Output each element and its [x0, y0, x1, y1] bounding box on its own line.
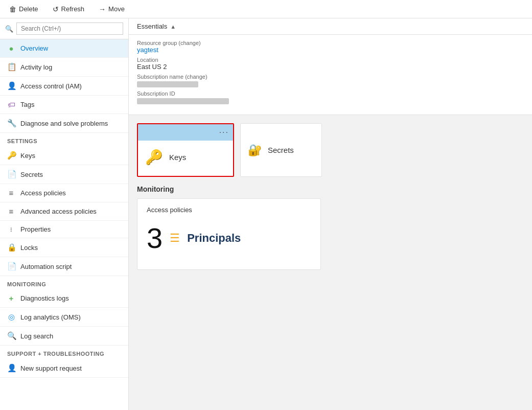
keys-card-label: Keys	[169, 153, 186, 162]
move-icon: →	[99, 5, 106, 13]
subscription-name-value[interactable]	[137, 80, 524, 87]
keys-card-dots[interactable]: ···	[219, 128, 229, 137]
sidebar-item-advanced-access-policies[interactable]: ≡ Advanced access policies	[0, 202, 128, 221]
sidebar-item-label: Locks	[20, 244, 38, 252]
monitoring-section-label: MONITORING	[0, 276, 128, 289]
move-label: Move	[108, 5, 125, 13]
subscription-name-blurred	[137, 81, 198, 87]
sidebar-item-automation-script[interactable]: 📄 Automation script	[0, 257, 128, 276]
resource-group-value[interactable]: yagtest	[137, 46, 524, 54]
sidebar-item-diagnostics-logs[interactable]: + Diagnostics logs	[0, 289, 128, 308]
resource-group-row: Resource group (change) yagtest	[137, 40, 524, 54]
access-policies-card[interactable]: Access policies 3 ☰ Principals	[137, 198, 321, 270]
keys-card-icon: 🔑	[145, 149, 163, 166]
properties-icon: ⫶	[7, 226, 15, 233]
secrets-card[interactable]: 🔐 Secrets	[240, 123, 322, 177]
locks-icon: 🔒	[7, 243, 15, 252]
subscription-name-label: Subscription name (change)	[137, 74, 524, 80]
essentials-bar[interactable]: Essentials ▲	[129, 18, 532, 35]
refresh-label: Refresh	[61, 5, 85, 13]
sidebar-item-new-support[interactable]: 👤 New support request	[0, 359, 128, 378]
overview-icon: ●	[7, 44, 15, 53]
delete-button[interactable]: 🗑 Delete	[6, 3, 41, 15]
main-layout: 🔍 ● Overview 📋 Activity log 👤 Access con…	[0, 18, 532, 410]
resource-group-label: Resource group (change)	[137, 40, 524, 46]
sidebar-item-label: Activity log	[20, 63, 52, 71]
diag-logs-icon: +	[7, 294, 15, 303]
diagnose-icon: 🔧	[7, 119, 15, 128]
sidebar-item-tags[interactable]: 🏷 Tags	[0, 96, 128, 114]
essentials-title: Essentials	[137, 22, 167, 30]
sidebar-item-secrets[interactable]: 📄 Secrets	[0, 165, 128, 184]
sidebar-item-overview[interactable]: ● Overview	[0, 39, 128, 58]
sidebar-item-label: Automation script	[20, 263, 72, 270]
sidebar-item-label: Access policies	[20, 189, 66, 197]
sidebar-item-properties[interactable]: ⫶ Properties	[0, 221, 128, 238]
sidebar-item-access-control[interactable]: 👤 Access control (IAM)	[0, 77, 128, 96]
sidebar-item-label: Access control (IAM)	[20, 82, 82, 90]
sidebar-item-keys[interactable]: 🔑 Keys	[0, 146, 128, 165]
sidebar-item-label: Diagnose and solve problems	[20, 120, 108, 127]
access-policies-count-row: 3 ☰ Principals	[147, 224, 311, 253]
sidebar-item-label: Diagnostics logs	[20, 294, 69, 302]
search-input[interactable]	[16, 22, 123, 35]
delete-icon: 🗑	[9, 5, 16, 13]
sidebar-item-label: Properties	[20, 225, 51, 233]
location-label: Location	[137, 57, 524, 63]
sidebar-item-label: Log search	[20, 332, 53, 340]
delete-label: Delete	[19, 5, 38, 13]
location-value: East US 2	[137, 63, 524, 71]
refresh-icon: ↺	[53, 5, 59, 13]
keys-card-body: 🔑 Keys	[138, 141, 233, 176]
access-policies-card-title: Access policies	[147, 206, 311, 214]
sidebar-item-log-analytics[interactable]: ◎ Log analytics (OMS)	[0, 308, 128, 327]
secrets-icon: 📄	[7, 170, 15, 179]
move-button[interactable]: → Move	[96, 3, 128, 15]
log-search-icon: 🔍	[7, 331, 15, 340]
settings-section-label: SETTINGS	[0, 133, 128, 146]
subscription-id-blurred	[137, 98, 229, 104]
keys-card-header: ···	[138, 124, 233, 141]
sidebar-item-label: Tags	[20, 101, 34, 108]
sidebar-item-locks[interactable]: 🔒 Locks	[0, 238, 128, 257]
cards-area: ··· 🔑 Keys 🔐 Secrets Monitoring Access	[129, 115, 532, 278]
automation-icon: 📄	[7, 262, 15, 271]
keys-card[interactable]: ··· 🔑 Keys	[137, 123, 234, 177]
secrets-card-icon: 🔐	[248, 144, 262, 157]
log-analytics-icon: ◎	[7, 312, 15, 322]
adv-access-icon: ≡	[7, 207, 15, 216]
toolbar: 🗑 Delete ↺ Refresh → Move	[0, 0, 532, 18]
sidebar-item-access-policies[interactable]: ≡ Access policies	[0, 184, 128, 202]
essentials-content: Resource group (change) yagtest Location…	[129, 35, 532, 115]
principals-label: Principals	[187, 232, 241, 245]
sidebar-item-label: Advanced access policies	[20, 208, 97, 215]
sidebar-item-label: Keys	[20, 152, 35, 160]
sidebar-item-label: Overview	[20, 44, 48, 52]
sidebar-item-label: Log analytics (OMS)	[20, 313, 81, 321]
principals-icon: ☰	[170, 232, 180, 245]
subscription-id-label: Subscription ID	[137, 90, 524, 97]
content-area: Essentials ▲ Resource group (change) yag…	[129, 18, 532, 410]
search-icon: 🔍	[5, 25, 13, 33]
activity-log-icon: 📋	[7, 62, 15, 72]
access-policies-icon: ≡	[7, 189, 15, 197]
sidebar: 🔍 ● Overview 📋 Activity log 👤 Access con…	[0, 18, 129, 410]
refresh-button[interactable]: ↺ Refresh	[50, 3, 88, 15]
sidebar-item-log-search[interactable]: 🔍 Log search	[0, 327, 128, 346]
chevron-up-icon: ▲	[170, 24, 176, 30]
subscription-name-row: Subscription name (change)	[137, 74, 524, 87]
sidebar-item-activity-log[interactable]: 📋 Activity log	[0, 58, 128, 77]
tags-icon: 🏷	[7, 100, 15, 109]
location-row: Location East US 2	[137, 57, 524, 71]
support-icon: 👤	[7, 363, 15, 373]
subscription-id-value	[137, 97, 524, 104]
search-box[interactable]: 🔍	[0, 18, 128, 39]
iam-icon: 👤	[7, 81, 15, 90]
top-cards-row: ··· 🔑 Keys 🔐 Secrets	[137, 123, 524, 177]
sidebar-item-diagnose[interactable]: 🔧 Diagnose and solve problems	[0, 114, 128, 133]
sidebar-item-label: Secrets	[20, 171, 43, 178]
access-policies-count: 3	[147, 224, 163, 253]
support-section-label: SUPPORT + TROUBLESHOOTING	[0, 346, 128, 359]
secrets-card-label: Secrets	[268, 146, 294, 154]
monitoring-label: Monitoring	[137, 185, 524, 193]
